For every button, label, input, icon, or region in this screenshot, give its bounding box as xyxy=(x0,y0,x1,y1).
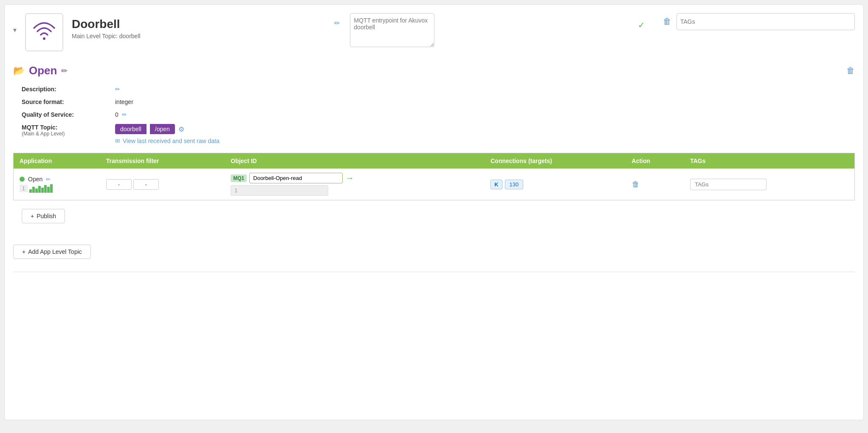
source-format-value: integer xyxy=(115,98,855,105)
open-edit-button[interactable]: ✏ xyxy=(61,66,68,76)
arrow-right-icon: → xyxy=(345,173,354,183)
add-app-level-topic-button[interactable]: + Add App Level Topic xyxy=(13,245,91,259)
source-format-text: integer xyxy=(115,98,133,105)
topic-badge-sub: /open xyxy=(150,124,175,134)
filter-cell xyxy=(100,169,225,200)
bar-5 xyxy=(41,188,44,193)
filter-to-input[interactable] xyxy=(133,179,159,190)
header-right: ✓ 🗑 xyxy=(350,13,855,48)
object-id-input[interactable] xyxy=(249,173,343,183)
header-delete-button[interactable]: 🗑 xyxy=(663,17,671,26)
description-edit-button[interactable]: ✏ xyxy=(115,86,120,93)
data-table: Application Transmission filter Object I… xyxy=(13,153,855,200)
sparkline-container: 1 xyxy=(20,184,94,193)
app-cell-name: Open xyxy=(28,176,42,183)
col-connections: Connections (targets) xyxy=(485,153,626,169)
k-badge: K xyxy=(490,180,502,189)
properties-grid: Description: ✏ Source format: integer Qu… xyxy=(22,86,855,144)
status-dot xyxy=(20,177,25,182)
table-row: Open ✏ 1 xyxy=(14,169,855,200)
header-edit-button[interactable]: ✏ xyxy=(333,17,341,29)
qos-label: Quality of Service: xyxy=(22,111,107,118)
bar-6 xyxy=(44,185,47,193)
source-format-label: Source format: xyxy=(22,98,107,105)
object-id-secondary-input[interactable] xyxy=(231,185,328,196)
qos-number: 0 xyxy=(115,111,118,118)
description-textarea[interactable] xyxy=(350,13,434,47)
qos-value: 0 ✏ xyxy=(115,111,855,118)
col-object-id: Object ID xyxy=(225,153,485,169)
app-logo xyxy=(25,13,63,51)
col-application: Application xyxy=(14,153,100,169)
open-header: 📂 Open ✏ 🗑 xyxy=(13,64,855,77)
bar-7 xyxy=(47,187,50,193)
qos-pencil-icon: ✏ xyxy=(122,111,127,118)
publish-plus-icon: + xyxy=(31,213,34,219)
app-cell: Open ✏ 1 xyxy=(14,169,100,200)
object-id-row: MQ1 → xyxy=(231,173,479,183)
topic-badge-main: doorbell xyxy=(115,124,147,134)
filter-from-input[interactable] xyxy=(106,179,132,190)
qos-edit-button[interactable]: ✏ xyxy=(122,111,127,118)
bar-3 xyxy=(35,188,38,193)
gear-icon: ⚙ xyxy=(178,126,184,133)
open-trash-icon: 🗑 xyxy=(846,66,855,75)
open-title: Open xyxy=(29,64,57,77)
bar-2 xyxy=(32,187,35,193)
desc-pencil-icon: ✏ xyxy=(115,86,120,93)
app-pencil-icon: ✏ xyxy=(46,176,51,183)
tags-input-header[interactable] xyxy=(676,13,855,30)
connection-number: 130 xyxy=(505,180,524,189)
main-container: ▾ Doorbell Main Level Topic: doorbell ✏ xyxy=(4,4,864,420)
description-container: ✓ xyxy=(350,13,658,48)
col-transmission: Transmission filter xyxy=(100,153,225,169)
mqtt-topic-label-container: MQTT Topic: (Main & App Level) xyxy=(22,124,107,144)
open-pencil-icon: ✏ xyxy=(61,67,68,75)
row-delete-button[interactable]: 🗑 xyxy=(632,180,640,189)
bar-4 xyxy=(38,186,41,193)
app-title: Doorbell xyxy=(72,17,324,31)
trash-icon: 🗑 xyxy=(663,17,671,26)
email-icon: ✉ xyxy=(115,138,120,144)
col-action: Action xyxy=(626,153,685,169)
app-subtitle: Main Level Topic: doorbell xyxy=(72,33,324,39)
col-tags: TAGs xyxy=(684,153,854,169)
table-header-row: Application Transmission filter Object I… xyxy=(14,153,855,169)
sparkline-label: 1 xyxy=(20,185,28,192)
mqtt-topic-row: doorbell/open ⚙ xyxy=(115,124,855,134)
filter-inputs xyxy=(106,179,219,190)
table-section: Application Transmission filter Object I… xyxy=(13,153,855,200)
gear-button[interactable]: ⚙ xyxy=(178,125,184,133)
folder-icon: 📂 xyxy=(13,65,25,76)
app-info: Doorbell Main Level Topic: doorbell xyxy=(72,13,324,39)
open-section: 📂 Open ✏ 🗑 Description: ✏ Source format:… xyxy=(13,64,855,223)
view-raw-link[interactable]: ✉ View last received and sent raw data xyxy=(115,138,855,144)
open-delete-button[interactable]: 🗑 xyxy=(846,66,855,76)
object-id-cell: MQ1 → xyxy=(225,169,485,200)
description-value: ✏ xyxy=(115,86,855,93)
mqtt-topic-sublabel: (Main & App Level) xyxy=(22,131,107,137)
sparkline-bars xyxy=(29,184,53,193)
description-label: Description: xyxy=(22,86,107,93)
header-section: ▾ Doorbell Main Level Topic: doorbell ✏ xyxy=(13,13,855,51)
object-id-container: MQ1 → xyxy=(231,173,479,196)
tags-cell xyxy=(684,169,854,200)
connection-cell-inner: K 130 xyxy=(490,180,620,189)
bar-1 xyxy=(29,189,32,193)
collapse-icon[interactable]: ▾ xyxy=(13,26,17,34)
connections-cell: K 130 xyxy=(485,169,626,200)
mq1-badge: MQ1 xyxy=(231,174,247,182)
svg-point-1 xyxy=(43,37,45,40)
action-cell: 🗑 xyxy=(626,169,685,200)
view-raw-text: View last received and sent raw data xyxy=(123,138,220,144)
row-trash-icon: 🗑 xyxy=(632,180,640,188)
bottom-border xyxy=(13,272,855,272)
mqtt-topic-container: doorbell/open ⚙ ✉ View last received and… xyxy=(115,124,855,144)
bar-8 xyxy=(50,184,53,193)
row-tags-input[interactable] xyxy=(690,179,767,190)
app-cell-inner: Open ✏ xyxy=(20,176,94,183)
pencil-icon: ✏ xyxy=(334,20,340,27)
publish-button[interactable]: + Publish xyxy=(22,209,65,223)
add-topic-label: Add App Level Topic xyxy=(28,248,82,255)
app-edit-button[interactable]: ✏ xyxy=(46,176,51,183)
